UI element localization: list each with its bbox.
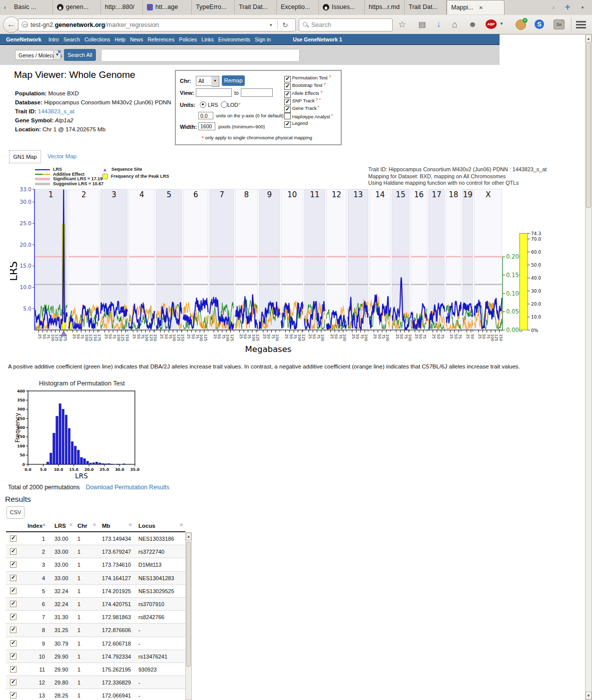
- yaxis-units-input[interactable]: 0.0: [198, 112, 213, 119]
- nav-item-links[interactable]: Links: [201, 36, 214, 42]
- checkbox-legend[interactable]: ✓ Legend: [284, 120, 308, 128]
- row-checkbox[interactable]: ✓: [10, 561, 16, 568]
- csv-button[interactable]: CSV: [6, 506, 24, 519]
- browser-tab[interactable]: Basic ...: [10, 0, 53, 14]
- scrollbar-down-arrow[interactable]: ▼: [586, 692, 592, 700]
- view-to-input[interactable]: [241, 88, 273, 97]
- column-header-mb[interactable]: Mb: [102, 523, 110, 529]
- checkbox-haplotype-analyst[interactable]: Haplotype Analyst *: [284, 113, 333, 119]
- home-icon[interactable]: ⌂: [449, 19, 461, 30]
- nav-item-policies[interactable]: Policies: [179, 36, 197, 42]
- browser-tab[interactable]: Issues...: [319, 0, 365, 14]
- sort-icon[interactable]: ◆: [129, 522, 132, 527]
- row-checkbox[interactable]: ✓: [10, 575, 16, 581]
- tab-vector-map[interactable]: Vector Map: [47, 153, 76, 159]
- sort-icon[interactable]: ▲: [42, 522, 46, 527]
- url-dropdown-caret[interactable]: ▾: [270, 19, 272, 31]
- checkbox-permutation-test[interactable]: ✓ Permutation Test ?: [284, 74, 331, 82]
- use-genenetwork1-link[interactable]: Use GeneNetwork 1: [293, 36, 342, 42]
- remap-button[interactable]: Remap: [222, 75, 245, 86]
- help-mark[interactable]: *: [330, 113, 333, 118]
- tab-scroll-left-icon[interactable]: ‹: [0, 0, 10, 15]
- back-button[interactable]: ←: [3, 16, 19, 33]
- search-all-button[interactable]: Search All: [64, 49, 96, 61]
- nav-item-sign-in[interactable]: Sign in: [255, 36, 271, 42]
- chr-select[interactable]: All: [196, 76, 212, 86]
- main-search-input[interactable]: [101, 49, 300, 62]
- row-checkbox[interactable]: ✓: [10, 535, 16, 542]
- sort-icon[interactable]: ◆: [69, 522, 72, 527]
- nav-item-search[interactable]: Search: [63, 36, 80, 42]
- browser-tab[interactable]: Exceptio...: [277, 0, 319, 14]
- row-checkbox[interactable]: ✓: [10, 548, 16, 555]
- scrollbar-thumb[interactable]: [586, 43, 591, 208]
- help-mark[interactable]: *: [317, 105, 319, 109]
- browser-tab[interactable]: https...r.md: [365, 0, 405, 14]
- cookie-addon-icon[interactable]: [516, 19, 526, 30]
- row-checkbox[interactable]: ✓: [10, 666, 16, 673]
- row-checkbox[interactable]: ✓: [10, 614, 16, 620]
- nav-item-references[interactable]: References: [147, 36, 174, 42]
- site-identity-globe-icon[interactable]: [21, 21, 28, 28]
- checkbox-bootstrap-test[interactable]: ✓ Bootstrap Test ?: [284, 82, 326, 90]
- tab-list-caret-icon[interactable]: ▾: [578, 0, 588, 15]
- table-scrollbar-up-arrow[interactable]: ▲: [186, 533, 191, 540]
- nav-item-news[interactable]: News: [130, 36, 143, 42]
- browser-tab[interactable]: http:...880/: [101, 0, 143, 14]
- url-text[interactable]: test-gn2.genenetwork.org/marker_regressi…: [30, 19, 159, 31]
- column-header-locus[interactable]: Locus: [138, 523, 155, 529]
- nav-item-help[interactable]: Help: [115, 36, 126, 42]
- row-checkbox[interactable]: ✓: [10, 640, 16, 647]
- row-checkbox[interactable]: ✓: [10, 588, 16, 594]
- checkbox-allele-effects[interactable]: ✓ Allele Effects ?: [284, 90, 323, 98]
- help-mark[interactable]: ?: [322, 82, 326, 86]
- checkbox-box[interactable]: [284, 113, 291, 119]
- checkbox-box[interactable]: ✓: [284, 99, 291, 105]
- nav-item-environments[interactable]: Environments: [218, 36, 250, 42]
- s-addon-icon[interactable]: S: [535, 19, 544, 29]
- browser-tab[interactable]: TypeErro...: [192, 0, 235, 14]
- adblock-caret-icon[interactable]: ▼: [500, 21, 504, 26]
- units-lrs-radio[interactable]: LRS: [200, 101, 218, 108]
- tab-close-icon[interactable]: ✕: [479, 0, 483, 15]
- checkbox-box[interactable]: ✓: [284, 76, 291, 82]
- adblock-plus-icon[interactable]: ABP: [486, 19, 497, 29]
- scrollbar-up-arrow[interactable]: ▲: [586, 34, 592, 42]
- messenger-icon[interactable]: ☻: [467, 19, 479, 30]
- row-checkbox[interactable]: ✓: [10, 692, 16, 699]
- reload-icon[interactable]: ↻: [282, 19, 288, 31]
- trait-id-link[interactable]: 1443823_s_at: [36, 108, 74, 114]
- genenetwork-brand[interactable]: GeneNetwork: [6, 36, 41, 42]
- width-input[interactable]: 1600: [198, 122, 215, 130]
- browser-tab[interactable]: Mappi...✕: [447, 0, 505, 14]
- chr-select-caret-icon[interactable]: ▼: [211, 76, 219, 87]
- nav-item-collections[interactable]: Collections: [84, 36, 110, 42]
- nav-item-intro[interactable]: Intro: [48, 36, 59, 42]
- browser-search-field[interactable]: Search: [299, 18, 393, 31]
- checkbox-box[interactable]: ✓: [284, 91, 291, 98]
- tab-gn1-map[interactable]: GN1 Map: [9, 150, 41, 163]
- help-mark[interactable]: ?: [319, 90, 323, 94]
- column-header-index[interactable]: Index: [27, 523, 42, 529]
- new-tab-button[interactable]: +: [562, 0, 574, 15]
- units-lod-radio[interactable]: LOD?: [221, 101, 240, 108]
- bookmarks-menu-icon[interactable]: ▤: [416, 19, 428, 30]
- sort-icon[interactable]: ◆: [93, 522, 96, 527]
- bookmark-star-icon[interactable]: ☆: [396, 19, 408, 30]
- checkbox-box[interactable]: ✓: [284, 106, 291, 113]
- row-checkbox[interactable]: ✓: [10, 679, 16, 686]
- row-checkbox[interactable]: ✓: [10, 627, 16, 633]
- row-checkbox[interactable]: ✓: [10, 601, 16, 607]
- view-from-input[interactable]: [196, 88, 232, 97]
- row-checkbox[interactable]: ✓: [10, 653, 16, 660]
- checkbox-box[interactable]: ✓: [284, 121, 291, 128]
- checkbox-snp-track[interactable]: ✓ SNP Track ? *: [284, 97, 321, 105]
- checkbox-gene-track[interactable]: ✓ Gene Track *: [284, 105, 319, 113]
- help-mark[interactable]: ? *: [315, 97, 321, 102]
- window-scrollbar[interactable]: ▲ ▼: [585, 34, 592, 700]
- hamburger-menu-icon[interactable]: [576, 19, 586, 22]
- url-bar[interactable]: test-gn2.genenetwork.org/marker_regressi…: [18, 18, 296, 31]
- table-scrollbar-thumb[interactable]: [186, 542, 191, 667]
- sort-icon[interactable]: ◆: [180, 522, 183, 527]
- browser-tab[interactable]: genen...: [53, 0, 101, 14]
